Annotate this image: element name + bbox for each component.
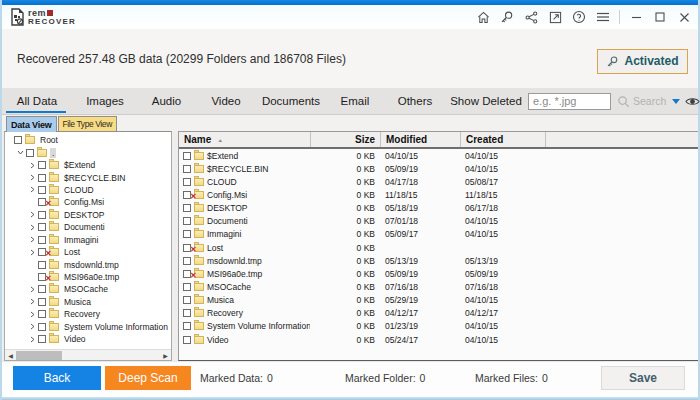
tree-horizontal-scrollbar[interactable]: ◀ ▶ (5, 349, 171, 360)
tree-item--recycle-bin[interactable]: $RECYCLE.BIN (5, 171, 171, 183)
table-row[interactable]: Documenti0 KB07/01/1804/10/15 (179, 215, 698, 228)
tab-others[interactable]: Others (385, 88, 445, 114)
checkbox[interactable] (38, 211, 46, 219)
table-row[interactable]: ✕MSI96a0e.tmp0 KB05/09/1905/09/19 (179, 267, 698, 280)
help-icon[interactable] (567, 7, 591, 27)
checkbox[interactable] (38, 161, 46, 169)
table-row[interactable]: ✕Config.Msi0 KB11/18/1511/18/15 (179, 188, 698, 201)
checkbox[interactable] (38, 236, 46, 244)
close-button[interactable] (672, 7, 696, 27)
chevron-right-icon[interactable] (26, 286, 38, 293)
scroll-left-arrow[interactable]: ◀ (5, 350, 16, 361)
tab-audio[interactable]: Audio (138, 88, 195, 114)
table-row[interactable]: DESKTOP0 KB05/18/1906/17/18 (179, 202, 698, 215)
checkbox[interactable] (183, 296, 191, 304)
tree-item-cloud[interactable]: CLOUD (5, 184, 171, 196)
column-header-name[interactable]: Name▲ (179, 132, 310, 147)
deep-scan-button[interactable]: Deep Scan (105, 366, 191, 390)
chevron-right-icon[interactable] (26, 211, 38, 218)
chevron-right-icon[interactable] (26, 336, 38, 343)
preview-eye-icon[interactable] (685, 96, 700, 107)
back-button[interactable]: Back (13, 366, 101, 390)
tree-item-recovery[interactable]: Recovery (5, 308, 171, 320)
tab-images[interactable]: Images (72, 88, 138, 114)
chevron-right-icon[interactable] (26, 186, 38, 193)
checkbox[interactable] (38, 323, 46, 331)
table-row[interactable]: Video0 KB05/24/1704/10/15 (179, 333, 698, 346)
tab-file-type-view[interactable]: File Type View (58, 116, 117, 131)
table-row[interactable]: msdownld.tmp0 KB05/13/1905/13/19 (179, 254, 698, 267)
table-row[interactable]: Immagini0 KB05/09/1704/10/15 (179, 228, 698, 241)
tree-item--extend[interactable]: $Extend (5, 159, 171, 171)
scrollbar-track[interactable] (16, 350, 160, 360)
tab-video[interactable]: Video (195, 88, 257, 114)
tree-item-video[interactable]: Video (5, 333, 171, 345)
save-button[interactable]: Save (601, 366, 685, 390)
checkbox[interactable] (38, 174, 46, 182)
checkbox[interactable] (183, 230, 191, 238)
checkbox[interactable] (38, 223, 46, 231)
tree-item-msi96a0e-tmp[interactable]: ✕MSI96a0e.tmp (5, 271, 171, 283)
checkbox[interactable] (183, 178, 191, 186)
table-row[interactable]: System Volume Information0 KB01/23/1904/… (179, 320, 698, 333)
key-icon[interactable] (495, 7, 519, 27)
minimize-button[interactable] (624, 7, 648, 27)
tree-item-msocache[interactable]: MSOCache (5, 283, 171, 295)
tree-item-root[interactable]: Root (5, 134, 171, 146)
chevron-right-icon[interactable] (26, 236, 38, 243)
column-header-modified[interactable]: Modified (380, 132, 460, 147)
chevron-right-icon[interactable] (26, 249, 38, 256)
tree-item-config-msi[interactable]: ✕Config.Msi (5, 196, 171, 208)
chevron-right-icon[interactable] (26, 162, 38, 169)
activated-button[interactable]: Activated (597, 49, 688, 74)
scrollbar-thumb[interactable] (16, 351, 62, 360)
chevron-right-icon[interactable] (26, 174, 38, 181)
checkbox[interactable] (183, 309, 191, 317)
tree-item-msdownld-tmp[interactable]: msdownld.tmp (5, 258, 171, 270)
scroll-right-arrow[interactable]: ▶ (160, 350, 171, 361)
open-external-icon[interactable] (543, 7, 567, 27)
column-header-size[interactable]: Size (310, 132, 380, 147)
table-row[interactable]: MSOCache0 KB07/16/1807/16/18 (179, 280, 698, 293)
chevron-down-icon[interactable] (14, 149, 26, 156)
checkbox[interactable] (38, 186, 46, 194)
tab-email[interactable]: Email (325, 88, 385, 114)
table-row[interactable]: Musica0 KB05/29/1904/10/15 (179, 294, 698, 307)
maximize-button[interactable] (648, 7, 672, 27)
checkbox[interactable] (38, 285, 46, 293)
table-row[interactable]: $RECYCLE.BIN0 KB05/09/1904/10/15 (179, 162, 698, 175)
tree-item-system-volume-information[interactable]: System Volume Information (5, 321, 171, 333)
checkbox[interactable] (26, 149, 34, 157)
tree-item-documenti[interactable]: Documenti (5, 221, 171, 233)
checkbox[interactable] (38, 298, 46, 306)
dropdown-arrow-icon[interactable] (672, 99, 680, 104)
chevron-right-icon[interactable] (26, 311, 38, 318)
tab-all-data[interactable]: All Data (2, 88, 72, 114)
tab-show-deleted[interactable]: Show Deleted (445, 88, 527, 114)
checkbox[interactable] (14, 136, 22, 144)
checkbox[interactable] (183, 257, 191, 265)
tree-item-musica[interactable]: Musica (5, 296, 171, 308)
checkbox[interactable] (38, 310, 46, 318)
checkbox[interactable] (38, 335, 46, 343)
table-row[interactable]: CLOUD0 KB04/17/1805/08/17 (179, 175, 698, 188)
tree-item-immagini[interactable]: Immagini (5, 234, 171, 246)
chevron-right-icon[interactable] (26, 323, 38, 330)
checkbox[interactable] (183, 217, 191, 225)
table-row[interactable]: Recovery0 KB04/12/1704/12/17 (179, 307, 698, 320)
tree-item-desktop[interactable]: DESKTOP (5, 209, 171, 221)
checkbox[interactable] (183, 152, 191, 160)
tree-item-lost[interactable]: ✕Lost (5, 246, 171, 258)
menu-icon[interactable] (591, 7, 615, 27)
checkbox[interactable] (183, 336, 191, 344)
search-input[interactable] (528, 93, 611, 110)
table-row[interactable]: $Extend0 KB04/10/1504/10/15 (179, 149, 698, 162)
column-header-created[interactable]: Created (460, 132, 545, 147)
tab-documents[interactable]: Documents (257, 88, 325, 114)
checkbox[interactable] (183, 322, 191, 330)
checkbox[interactable] (183, 165, 191, 173)
tree-item-drive[interactable]: . (5, 146, 171, 158)
tab-data-view[interactable]: Data View (6, 116, 57, 132)
table-row[interactable]: ✕Lost0 KB (179, 241, 698, 254)
search-button[interactable]: Search (617, 95, 666, 108)
